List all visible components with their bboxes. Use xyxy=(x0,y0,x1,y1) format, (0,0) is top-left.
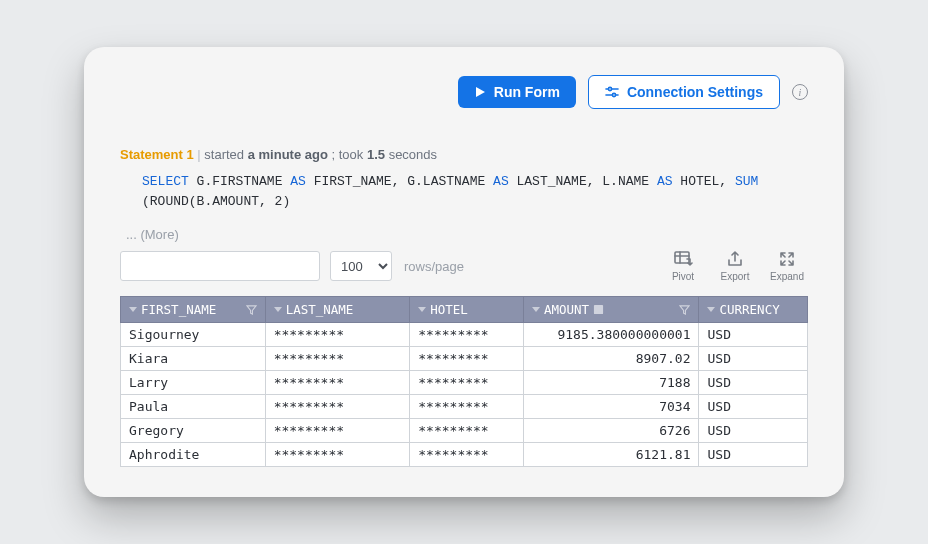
cell-currency: USD xyxy=(699,347,808,371)
run-form-label: Run Form xyxy=(494,84,560,100)
sql-text: HOTEL, xyxy=(673,174,735,189)
table-row[interactable]: Gregory******************6726USD xyxy=(121,419,808,443)
sql-keyword: AS xyxy=(290,174,306,189)
filter-icon xyxy=(246,304,257,315)
cell-first-name: Aphrodite xyxy=(121,443,266,467)
svg-point-1 xyxy=(608,87,611,90)
column-label: HOTEL xyxy=(430,302,468,317)
pivot-button[interactable]: Pivot xyxy=(662,250,704,282)
took-value: 1.5 xyxy=(367,147,385,162)
sliders-icon xyxy=(605,85,619,99)
svg-rect-4 xyxy=(675,252,689,263)
cell-last-name: ********* xyxy=(265,347,410,371)
cell-hotel: ********* xyxy=(410,347,524,371)
cell-first-name: Paula xyxy=(121,395,266,419)
filter-icon xyxy=(679,304,690,315)
svg-rect-7 xyxy=(594,305,603,314)
cell-hotel: ********* xyxy=(410,443,524,467)
cell-last-name: ********* xyxy=(265,323,410,347)
pivot-icon xyxy=(673,250,693,268)
column-header-last-name[interactable]: LAST_NAME xyxy=(265,297,410,323)
cell-currency: USD xyxy=(699,371,808,395)
cell-amount: 6726 xyxy=(523,419,699,443)
sort-icon xyxy=(707,307,715,312)
table-row[interactable]: Paula******************7034USD xyxy=(121,395,808,419)
expand-label: Expand xyxy=(770,271,804,282)
statement-status: Statement 1 | started a minute ago ; too… xyxy=(120,147,808,162)
cell-first-name: Sigourney xyxy=(121,323,266,347)
cell-amount: 9185.380000000001 xyxy=(523,323,699,347)
cell-hotel: ********* xyxy=(410,371,524,395)
play-icon xyxy=(474,86,486,98)
cell-first-name: Larry xyxy=(121,371,266,395)
started-word: started xyxy=(204,147,244,162)
column-header-hotel[interactable]: HOTEL xyxy=(410,297,524,323)
sort-icon xyxy=(129,307,137,312)
cell-hotel: ********* xyxy=(410,395,524,419)
cell-last-name: ********* xyxy=(265,395,410,419)
export-icon xyxy=(726,250,744,268)
sql-preview: SELECT G.FIRSTNAME AS FIRST_NAME, G.LAST… xyxy=(120,172,808,211)
cell-amount: 7188 xyxy=(523,371,699,395)
export-label: Export xyxy=(721,271,750,282)
toolbar: Run Form Connection Settings i xyxy=(120,75,808,109)
cell-amount: 7034 xyxy=(523,395,699,419)
column-label: AMOUNT xyxy=(544,302,589,317)
table-row[interactable]: Sigourney******************9185.38000000… xyxy=(121,323,808,347)
expand-button[interactable]: Expand xyxy=(766,250,808,282)
cell-last-name: ********* xyxy=(265,419,410,443)
column-header-amount[interactable]: AMOUNT xyxy=(523,297,699,323)
sql-text: G.FIRSTNAME xyxy=(189,174,290,189)
more-toggle[interactable]: ... (More) xyxy=(120,227,808,242)
table-row[interactable]: Kiara******************8907.02USD xyxy=(121,347,808,371)
cell-first-name: Kiara xyxy=(121,347,266,371)
table-row[interactable]: Aphrodite******************6121.81USD xyxy=(121,443,808,467)
column-header-first-name[interactable]: FIRST_NAME xyxy=(121,297,266,323)
connection-settings-button[interactable]: Connection Settings xyxy=(588,75,780,109)
filter-input[interactable] xyxy=(120,251,320,281)
sql-keyword: SUM xyxy=(735,174,758,189)
column-label: CURRENCY xyxy=(719,302,779,317)
rows-per-page-select[interactable]: 100 xyxy=(330,251,392,281)
sql-keyword: AS xyxy=(657,174,673,189)
column-label: FIRST_NAME xyxy=(141,302,216,317)
table-row[interactable]: Larry******************7188USD xyxy=(121,371,808,395)
column-header-currency[interactable]: CURRENCY xyxy=(699,297,808,323)
results-table: FIRST_NAME LAST_NAME HOTEL AMOUNT xyxy=(120,296,808,467)
controls-row: 100 rows/page Pivot Export Expand xyxy=(120,250,808,282)
cell-last-name: ********* xyxy=(265,371,410,395)
calc-icon xyxy=(593,304,604,315)
started-ago: a minute ago xyxy=(248,147,328,162)
sql-keyword: AS xyxy=(493,174,509,189)
sort-icon xyxy=(274,307,282,312)
took-word: ; took xyxy=(332,147,364,162)
info-icon[interactable]: i xyxy=(792,84,808,100)
cell-currency: USD xyxy=(699,323,808,347)
run-form-button[interactable]: Run Form xyxy=(458,76,576,108)
sort-icon xyxy=(532,307,540,312)
sort-icon xyxy=(418,307,426,312)
cell-currency: USD xyxy=(699,395,808,419)
cell-currency: USD xyxy=(699,419,808,443)
result-panel: Run Form Connection Settings i Statement… xyxy=(84,47,844,497)
svg-point-3 xyxy=(612,93,615,96)
cell-hotel: ********* xyxy=(410,323,524,347)
cell-hotel: ********* xyxy=(410,419,524,443)
statement-title: Statement 1 xyxy=(120,147,194,162)
cell-first-name: Gregory xyxy=(121,419,266,443)
took-unit: seconds xyxy=(389,147,437,162)
cell-last-name: ********* xyxy=(265,443,410,467)
sql-text: (ROUND(B.AMOUNT, 2) xyxy=(142,194,290,209)
connection-settings-label: Connection Settings xyxy=(627,84,763,100)
expand-icon xyxy=(778,250,796,268)
sql-text: LAST_NAME, L.NAME xyxy=(509,174,657,189)
sql-keyword: SELECT xyxy=(142,174,189,189)
pivot-label: Pivot xyxy=(672,271,694,282)
export-button[interactable]: Export xyxy=(714,250,756,282)
cell-amount: 8907.02 xyxy=(523,347,699,371)
cell-currency: USD xyxy=(699,443,808,467)
sql-text: FIRST_NAME, G.LASTNAME xyxy=(306,174,493,189)
cell-amount: 6121.81 xyxy=(523,443,699,467)
rows-per-page-label: rows/page xyxy=(404,259,464,274)
column-label: LAST_NAME xyxy=(286,302,354,317)
